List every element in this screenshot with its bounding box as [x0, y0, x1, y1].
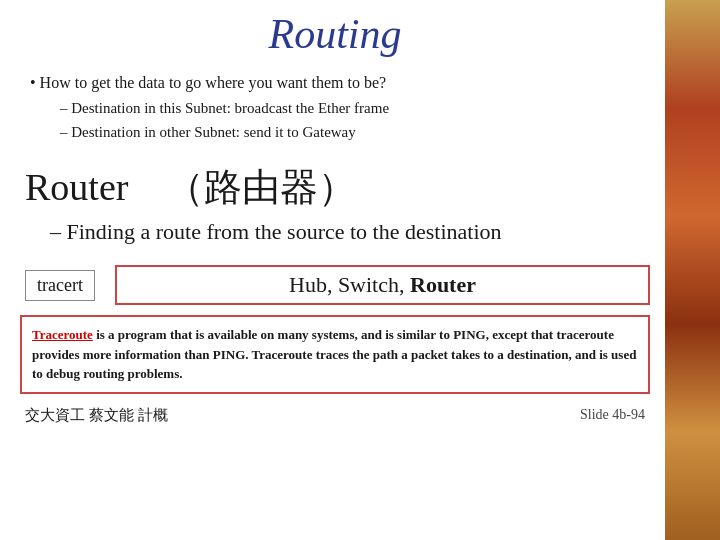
traceroute-box: Traceroute is a program that is availabl… [20, 315, 650, 394]
main-bullet: How to get the data to go where you want… [30, 74, 650, 92]
router-bold: Router [410, 272, 476, 297]
router-heading: Router （路由器） [20, 162, 650, 213]
hub-switch-prefix: Hub, Switch, [289, 272, 410, 297]
footer-left: 交大資工 蔡文能 計概 [25, 406, 168, 425]
tracert-row: tracert Hub, Switch, Router [20, 265, 650, 305]
finding-line: – Finding a route from the source to the… [20, 219, 650, 245]
bullet-section: How to get the data to go where you want… [20, 74, 650, 144]
slide-content: Routing How to get the data to go where … [0, 0, 720, 540]
page-title: Routing [20, 10, 650, 58]
traceroute-rest: is a program that is available on many s… [32, 327, 636, 381]
tracert-label: tracert [25, 270, 95, 301]
footer-right: Slide 4b-94 [580, 407, 645, 423]
traceroute-word: Traceroute [32, 327, 93, 342]
footer: 交大資工 蔡文能 計概 Slide 4b-94 [20, 406, 650, 425]
sub-bullet-2: Destination in other Subnet: send it to … [30, 120, 650, 144]
sub-bullet-1: Destination in this Subnet: broadcast th… [30, 96, 650, 120]
hub-switch-router-box: Hub, Switch, Router [115, 265, 650, 305]
